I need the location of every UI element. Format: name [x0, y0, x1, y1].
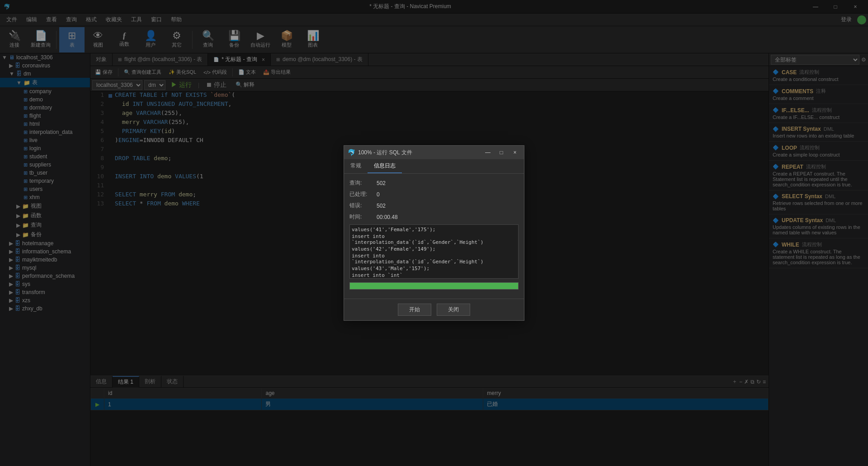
modal-close-button[interactable]: × [509, 147, 520, 158]
log-line: values('41','Female','175'); [352, 227, 516, 233]
modal-tab-general[interactable]: 常规 [344, 159, 368, 173]
modal-start-button[interactable]: 开始 [398, 304, 431, 316]
log-line: insert into `interpolation_data`(`id`,`G… [352, 253, 516, 265]
log-line: values('43','Male','157'); [352, 266, 516, 271]
modal-minimize-button[interactable]: — [482, 147, 493, 158]
modal-title: 100% - 运行 SQL 文件 [358, 149, 480, 157]
progress-bar-container [349, 282, 519, 290]
modal-query-label: 查询: [349, 179, 377, 187]
modal-processed-value: 0 [377, 191, 380, 198]
log-line: values('42','Female','149'); [352, 246, 516, 252]
modal-error-label: 错误: [349, 202, 377, 209]
modal-close-btn[interactable]: 关闭 [437, 304, 470, 316]
modal-footer: 开始 关闭 [344, 299, 524, 320]
log-area: values('41','Female','175');insert into … [349, 224, 519, 279]
modal-time-label: 时间: [349, 213, 377, 221]
modal-query-value: 502 [377, 180, 386, 186]
modal-overlay: 🐬 100% - 运行 SQL 文件 — □ × 常规 信息日志 查询: 502… [0, 0, 868, 466]
modal-processed-label: 已处理: [349, 190, 377, 198]
modal-time-value: 00:00.48 [377, 214, 398, 220]
log-line: insert into `interpolation_data`(`id`,`G… [352, 233, 516, 245]
modal-tabs: 常规 信息日志 [344, 159, 524, 174]
progress-bar [350, 283, 518, 289]
modal-db-icon: 🐬 [348, 149, 355, 156]
modal-query-row: 查询: 502 [349, 179, 519, 187]
modal-error-value: 502 [377, 203, 386, 209]
modal-error-row: 错误: 502 [349, 202, 519, 209]
modal-title-bar: 🐬 100% - 运行 SQL 文件 — □ × [344, 146, 524, 159]
modal-time-row: 时间: 00:00.48 [349, 213, 519, 221]
modal-body: 查询: 502 已处理: 0 错误: 502 时间: 00:00.48 valu… [344, 174, 524, 299]
modal-processed-row: 已处理: 0 [349, 190, 519, 198]
modal-maximize-button[interactable]: □ [496, 147, 507, 158]
log-line: insert into `int` [352, 272, 516, 278]
sql-run-modal: 🐬 100% - 运行 SQL 文件 — □ × 常规 信息日志 查询: 502… [344, 145, 524, 321]
modal-tab-log[interactable]: 信息日志 [368, 159, 402, 173]
